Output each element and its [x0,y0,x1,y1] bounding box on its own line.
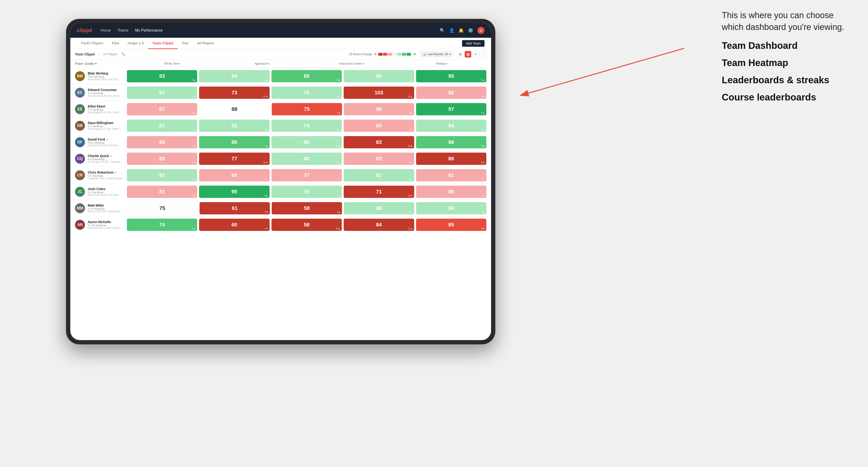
player-avatar: BM [75,71,85,81]
stat-value: 61 [232,205,238,211]
table-row[interactable]: DF David Ford ✓ Plus Handicap Royal Nort… [70,134,491,151]
add-team-button[interactable]: Add Team [462,40,485,47]
stat-cell: 93 9▲ [127,70,197,82]
player-handicap: Plus Handicap [88,141,123,144]
stat-cell: 87 1▲ [127,87,197,99]
stat-cell: 73 11▼ [199,87,269,99]
round-change-min: -5 [374,53,376,56]
stat-value: 83 [159,156,165,162]
user-avatar[interactable]: U [477,27,485,34]
nav-home[interactable]: Home [101,28,111,33]
player-club: Woburn Golf Club, United Kingdom [88,210,123,213]
subnav-hcaps[interactable]: Hcaps 1-5 [123,38,148,49]
stat-value: 60 [231,222,237,228]
grid-view-button[interactable]: ⊞ [457,51,464,58]
table-row[interactable]: CR Chris Robertson ✓ 1-5 Handicap Craigm… [70,167,491,184]
approach-header[interactable]: Approach ▾ [217,62,307,65]
stat-cell: 97 5▲ [416,103,486,115]
heatmap-bar [378,53,411,56]
player-name: Elliot Ebert [88,104,123,108]
subnav-tour[interactable]: Tour [178,38,193,49]
stat-cell: 74 8▲ [127,219,197,231]
stat-value: 71 [376,189,382,195]
putting-header[interactable]: Putting ▾ [397,62,486,65]
option-team-dashboard: Team Dashboard [722,40,854,51]
player-club: St. George's Hill GC - Weybridge - Surre… [88,161,123,163]
stat-change: 6▼ [409,161,412,164]
off-tee-header[interactable]: Off the Tee ▾ [127,62,217,65]
option-leaderboards: Leaderboards & streaks [722,75,854,85]
player-club: Sunningdale Golf Club, United Kingdom [88,111,123,114]
heatmap-seg-6 [402,53,406,56]
stat-value: 79 [304,90,309,96]
stat-cells: 81 3▼ 95 8▲ 75 2▲ 71 11▼ 89 2▼ [127,186,486,198]
heatmap-seg-4 [393,53,397,56]
stat-cell: 103 15▲ [344,87,414,99]
stat-change: 3▼ [482,178,485,181]
player-info[interactable]: DF David Ford ✓ Plus Handicap Royal Nort… [75,137,127,147]
stat-value: 94 [448,123,454,129]
table-row[interactable]: MM Matt Miller 6-10 Handicap Woburn Golf… [70,200,491,217]
subnav-all-players[interactable]: All Players [193,38,218,49]
last-rounds-button[interactable]: 📊 Last Rounds: 20 ▾ [420,52,453,57]
table-row[interactable]: EE Elliot Ebert 1-5 Handicap Sunningdale… [70,101,491,118]
player-info[interactable]: EE Elliot Ebert 1-5 Handicap Sunningdale… [75,104,127,114]
stat-change: 11▼ [408,194,413,197]
nav-icons: 🔍 👤 🔔 ⚙️ U [440,27,485,34]
table-row[interactable]: DB Dave Billingham 1-5 Handicap Gog Mago… [70,118,491,134]
player-details: Chris Robertson ✓ 1-5 Handicap Craigmill… [88,170,123,180]
player-club: Sunningdale Golf Club, United Kingdom [88,95,123,97]
stat-value: 89 [231,139,237,145]
stat-value: 75 [304,106,310,112]
nav-teams[interactable]: Teams [117,28,128,33]
list-view-button[interactable]: ≡ [472,51,479,58]
player-info[interactable]: AN Aaron Nicholls 11-15 Handicap Drift G… [75,220,127,230]
stat-cells: 74 8▲ 60 1▼ 58 10▲ 84 21▲ 85 4▼ [127,219,486,231]
subnav-pgat[interactable]: PGAT Players [77,38,107,49]
player-info[interactable]: CQ Charlie Quick ✓ 6-10 Handicap St. Geo… [75,154,127,164]
stat-cell: 75 3▼ [272,103,342,115]
player-avatar: DF [75,137,85,147]
edit-team-icon[interactable]: ✏️ [121,52,125,56]
table-row[interactable]: BM Blair McHarg Plus Handicap Royal Nort… [70,68,491,85]
bell-icon[interactable]: 🔔 [459,28,464,33]
subnav-team-clippd[interactable]: Team Clippd [148,38,178,49]
settings-icon[interactable]: ⚙️ [468,28,473,33]
stat-value: 73 [231,90,237,96]
stat-cells: 82 3▲ 60 2▲ 77 3▼ 81 4▲ 91 3▼ [127,169,486,181]
nav-links: Home Teams My Performance [101,28,440,33]
player-info[interactable]: JC Josh Coles 1-5 Handicap Royal North D… [75,187,127,197]
heatmap-view-button[interactable]: ▦ [465,51,471,58]
stat-cell: 71 11▼ [344,186,414,198]
stat-change: 10▼ [408,145,413,148]
player-quality-header[interactable]: Player Quality ▾ [75,62,127,65]
around-green-header[interactable]: Around the Green ▾ [307,62,397,65]
player-info[interactable]: DB Dave Billingham 1-5 Handicap Gog Mago… [75,121,127,131]
stat-cell: 79 9▲ [272,87,342,99]
download-button[interactable]: ↓ [480,51,486,58]
nav-my-performance[interactable]: My Performance [135,28,163,33]
stat-value: 58 [304,222,309,228]
player-details: Charlie Quick ✓ 6-10 Handicap St. George… [88,154,123,163]
stat-value: 88 [231,106,237,112]
player-name: Edward Crossman [88,88,123,92]
player-info[interactable]: MM Matt Miller 6-10 Handicap Woburn Golf… [75,203,127,213]
stat-cell: 82 4▲ [199,120,269,132]
table-row[interactable]: CQ Charlie Quick ✓ 6-10 Handicap St. Geo… [70,151,491,167]
stat-change: 1▲ [337,161,340,164]
stat-cell: 80 3▲ [272,136,342,148]
player-avatar: EC [75,88,85,98]
stat-change: 3▲ [482,211,485,214]
search-icon[interactable]: 🔍 [440,28,445,33]
player-info[interactable]: BM Blair McHarg Plus Handicap Royal Nort… [75,71,127,81]
stat-cell: 81 3▼ [127,186,197,198]
person-icon[interactable]: 👤 [449,28,454,33]
table-row[interactable]: EC Edward Crossman 1-5 Handicap Sunningd… [70,85,491,101]
player-info[interactable]: EC Edward Crossman 1-5 Handicap Sunningd… [75,88,127,98]
table-row[interactable]: AN Aaron Nicholls 11-15 Handicap Drift G… [70,217,491,233]
column-headers: Player Quality ▾ Off the Tee ▾ Approach … [70,59,491,68]
subnav-pga[interactable]: PGA [107,38,124,49]
player-info[interactable]: CR Chris Robertson ✓ 1-5 Handicap Craigm… [75,170,127,180]
table-row[interactable]: JC Josh Coles 1-5 Handicap Royal North D… [70,184,491,200]
player-club: Royal North Devon Golf Club, United King… [88,194,123,196]
